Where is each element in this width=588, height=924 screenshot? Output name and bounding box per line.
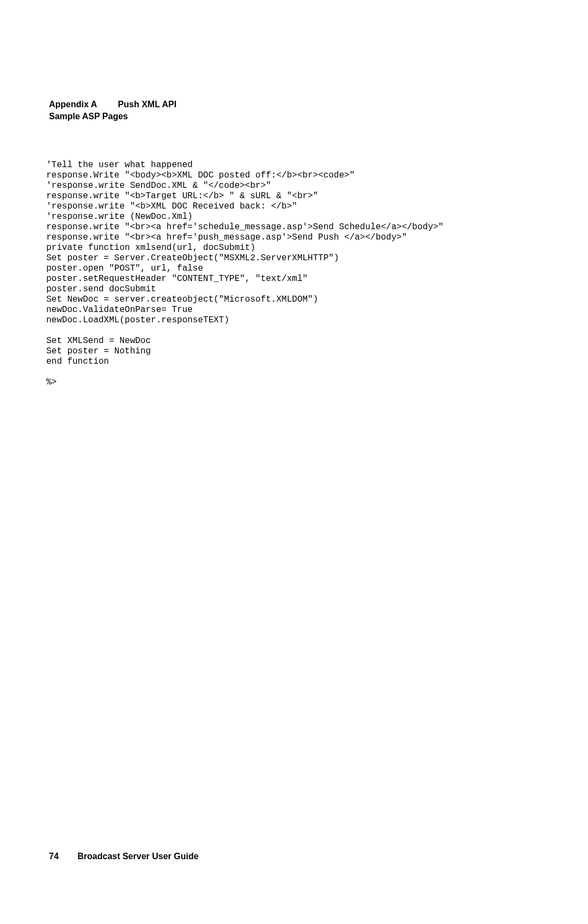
header-subtitle: Sample ASP Pages <box>49 112 176 121</box>
code-line: newDoc.LoadXML(poster.responseTEXT) <box>46 315 229 325</box>
code-line: poster.open "POST", url, false <box>46 264 203 273</box>
code-line: Set NewDoc = server.createobject("Micros… <box>46 295 318 304</box>
header-title: Push XML API <box>118 100 177 109</box>
code-line: response.write "<br><a href='push_messag… <box>46 232 407 242</box>
code-line: response.write "<br><a href='schedule_me… <box>46 222 444 232</box>
code-listing: 'Tell the user what happened response.Wr… <box>46 150 444 388</box>
footer-guide-title: Broadcast Server User Guide <box>77 852 198 861</box>
code-line: 'response.write SendDoc.XML & "</code><b… <box>46 181 271 191</box>
code-line: response.Write "<body><b>XML DOC posted … <box>46 170 355 180</box>
page-number: 74 <box>49 852 59 861</box>
code-line: 'response.write "<b>XML DOC Received bac… <box>46 201 297 211</box>
code-line: 'Tell the user what happened <box>46 160 193 170</box>
code-line: end function <box>46 357 109 366</box>
code-line: Set poster = Server.CreateObject("MSXML2… <box>46 253 339 263</box>
code-line: private function xmlsend(url, docSubmit) <box>46 243 255 253</box>
page-header: Appendix A Push XML API Sample ASP Pages <box>49 100 176 121</box>
code-line: poster.setRequestHeader "CONTENT_TYPE", … <box>46 274 308 284</box>
header-line-1: Appendix A Push XML API <box>49 100 176 109</box>
code-line: Set XMLSend = NewDoc <box>46 336 151 346</box>
code-line: %> <box>46 377 57 387</box>
code-line: response.write "<b>Target URL:</b> " & s… <box>46 191 318 201</box>
code-line: newDoc.ValidateOnParse= True <box>46 305 193 315</box>
code-line: Set poster = Nothing <box>46 346 151 356</box>
code-line: poster.send docSubmit <box>46 284 156 294</box>
appendix-label: Appendix A <box>49 100 97 109</box>
page-footer: 74 Broadcast Server User Guide <box>49 852 199 861</box>
code-line: 'response.write (NewDoc.Xml) <box>46 212 193 222</box>
